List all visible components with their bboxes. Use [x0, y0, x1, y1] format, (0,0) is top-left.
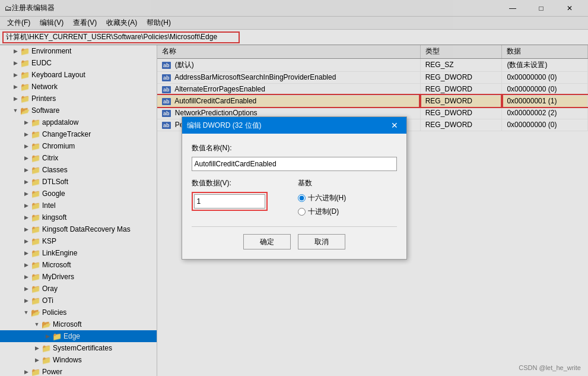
dialog-titlebar: 编辑 DWORD (32 位值) ✕ — [182, 117, 406, 134]
radio-dec-text: 十进制(D) — [308, 207, 339, 217]
dialog-base-label: 基数 — [298, 178, 397, 188]
modal-overlay: 编辑 DWORD (32 位值) ✕ 数值名称(N): 数值数据(V): 基数 — [0, 0, 588, 376]
dialog-base-section: 基数 十六进制(H) 十进制(D) — [298, 178, 397, 217]
dialog-body: 数值名称(N): 数值数据(V): 基数 十六进制(H) — [182, 134, 406, 259]
radio-hex-label[interactable]: 十六进制(H) — [298, 193, 397, 203]
dialog-data-label: 数值数据(V): — [192, 178, 291, 188]
dialog-data-input[interactable] — [194, 194, 265, 208]
radio-dec[interactable] — [298, 208, 306, 216]
radio-hex-text: 十六进制(H) — [308, 193, 347, 203]
dialog-value-wrapper — [192, 192, 268, 211]
dialog-value-section: 数值数据(V): — [192, 178, 291, 211]
radio-dec-label[interactable]: 十进制(D) — [298, 207, 397, 217]
dialog-close-button[interactable]: ✕ — [387, 118, 402, 132]
dialog-buttons: 确定 取消 — [192, 226, 397, 249]
dialog: 编辑 DWORD (32 位值) ✕ 数值名称(N): 数值数据(V): 基数 — [182, 116, 407, 260]
dialog-name-label: 数值名称(N): — [192, 143, 397, 153]
dialog-cancel-button[interactable]: 取消 — [298, 234, 345, 249]
dialog-row: 数值数据(V): 基数 十六进制(H) 十进制(D) — [192, 178, 397, 217]
dialog-ok-button[interactable]: 确定 — [243, 234, 291, 249]
dialog-name-input[interactable] — [192, 157, 397, 171]
radio-hex[interactable] — [298, 194, 306, 202]
dialog-title: 编辑 DWORD (32 位值) — [187, 121, 262, 131]
radio-group: 十六进制(H) 十进制(D) — [298, 193, 397, 217]
